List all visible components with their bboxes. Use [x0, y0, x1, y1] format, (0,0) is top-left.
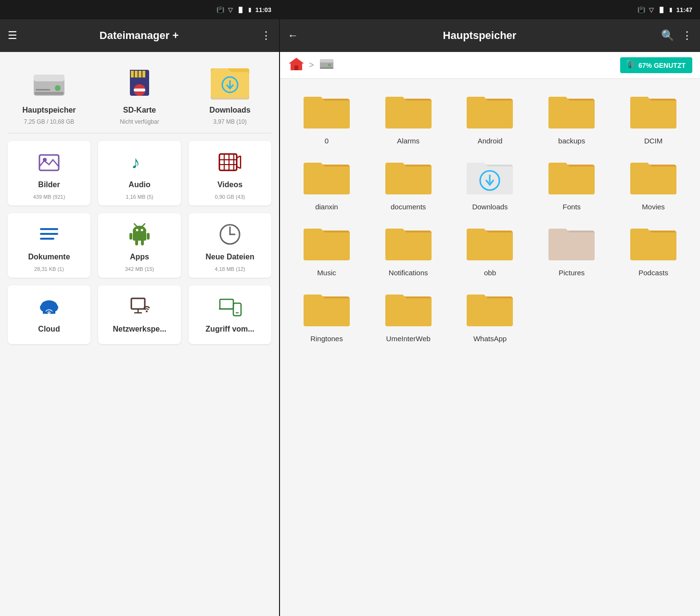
folder-umelnterweb[interactable]: UmeInterWeb [369, 284, 447, 346]
category-cloud[interactable]: Cloud [8, 285, 90, 344]
divider-1 [8, 133, 271, 133]
category-apps[interactable]: Apps 342 MB (15) [98, 213, 181, 278]
folder-podcasts[interactable]: Podcasts [614, 218, 692, 281]
category-audio[interactable]: ♪ Audio 1,16 MB (5) [98, 141, 181, 205]
left-vibrate-icon: 📳 [216, 6, 224, 13]
menu-icon[interactable]: ☰ [8, 29, 17, 42]
folder-fonts-name: Fonts [563, 203, 581, 211]
svg-point-66 [328, 64, 331, 66]
right-vibrate-icon: 📳 [637, 6, 645, 13]
left-battery-icon: ▮ [248, 6, 252, 13]
folder-obb-icon [463, 222, 516, 266]
storage-sdkarte[interactable]: SD-Karte Nicht verfügbar [98, 64, 181, 125]
breadcrumb: > 67% GENUTZT [280, 52, 700, 79]
back-icon[interactable]: ← [288, 29, 298, 42]
svg-point-52 [48, 313, 50, 315]
folder-notifications[interactable]: Notifications [369, 218, 447, 281]
home-icon[interactable] [288, 56, 305, 75]
folder-dcim[interactable]: DCIM [614, 87, 692, 149]
folder-dianxin[interactable]: dianxin [288, 153, 366, 215]
category-neue-dateien[interactable]: Neue Dateien 4,18 MB (12) [189, 213, 271, 278]
sdkarte-sublabel: Nicht verfügbar [120, 118, 159, 125]
folder-documents[interactable]: documents [369, 153, 447, 215]
apps-sublabel: 342 MB (15) [125, 266, 154, 272]
audio-label: Audio [128, 180, 150, 189]
folder-alarms[interactable]: Alarms [369, 87, 447, 149]
category-videos[interactable]: Videos 0,90 GB (43) [189, 141, 271, 205]
neue-dateien-icon [216, 221, 243, 248]
svg-point-38 [141, 229, 143, 231]
folder-dcim-icon [627, 90, 680, 134]
category-dokumente[interactable]: Dokumente 28,31 KB (1) [8, 213, 90, 278]
folder-movies[interactable]: Movies [614, 153, 692, 215]
folder-backups[interactable]: backups [533, 87, 611, 149]
category-zugriff-vom[interactable]: Zugriff vom... [189, 285, 271, 344]
folder-backups-icon [545, 90, 598, 134]
folder-0[interactable]: 0 [288, 87, 366, 149]
zugriff-vom-icon [216, 293, 243, 320]
svg-rect-64 [320, 59, 333, 63]
right-wifi-icon: ▽ [649, 6, 654, 13]
folder-ringtones-name: Ringtones [310, 334, 343, 343]
folder-whatsapp[interactable]: WhatsApp [451, 284, 529, 346]
search-icon[interactable]: 🔍 [661, 29, 674, 42]
storage-badge: 67% GENUTZT [620, 57, 692, 73]
right-toolbar: ← Hauptspeicher 🔍 ⋮ [280, 19, 700, 52]
svg-rect-44 [141, 240, 144, 245]
right-app-title: Hauptspeicher [306, 29, 653, 42]
svg-rect-4 [36, 89, 50, 90]
drive-icon[interactable] [318, 56, 335, 75]
svg-rect-57 [220, 299, 233, 309]
folder-music-icon [300, 222, 353, 266]
neue-dateien-label: Neue Dateien [205, 253, 254, 261]
folder-pictures-name: Pictures [559, 269, 585, 277]
folder-0-icon [300, 90, 353, 134]
folder-dianxin-icon [300, 156, 353, 200]
apps-icon [126, 221, 153, 248]
left-more-icon[interactable]: ⋮ [261, 29, 271, 42]
left-signal-icon: ▐▌ [237, 7, 244, 13]
category-bilder[interactable]: Bilder 439 MB (921) [8, 141, 90, 205]
categories-grid: Bilder 439 MB (921) ♪ Audio 1,16 MB (5) [8, 141, 271, 344]
folder-pictures-icon [545, 222, 598, 266]
folder-pictures[interactable]: Pictures [533, 218, 611, 281]
svg-text:♪: ♪ [131, 153, 140, 172]
svg-rect-14 [134, 89, 145, 91]
videos-label: Videos [217, 180, 242, 189]
folder-notifications-icon [382, 222, 435, 266]
svg-rect-41 [129, 233, 132, 240]
netzwerkspe-label: Netzwerkspe... [113, 325, 166, 334]
hauptspeicher-label: Hauptspeicher [22, 106, 76, 115]
folder-0-name: 0 [325, 137, 329, 145]
downloads-label: Downloads [209, 106, 250, 115]
category-netzwerkspe[interactable]: Netzwerkspe... [98, 285, 181, 344]
folder-music[interactable]: Music [288, 218, 366, 281]
sdkarte-label: SD-Karte [123, 106, 156, 115]
right-signal-icon: ▐▌ [658, 7, 665, 13]
folder-fonts[interactable]: Fonts [533, 153, 611, 215]
storage-hauptspeicher[interactable]: Hauptspeicher 7,25 GB / 10,68 GB [8, 64, 90, 125]
folder-obb[interactable]: obb [451, 218, 529, 281]
folder-download[interactable]: Downloads [451, 153, 529, 215]
folder-android[interactable]: Android [451, 87, 529, 149]
hauptspeicher-sublabel: 7,25 GB / 10,68 GB [24, 118, 75, 125]
folder-music-name: Music [317, 269, 336, 277]
storage-pie-icon [627, 60, 636, 70]
folder-alarms-icon [382, 90, 435, 134]
storage-downloads[interactable]: Downloads 3,97 MB (10) [189, 64, 271, 125]
right-more-icon[interactable]: ⋮ [682, 29, 692, 42]
apps-label: Apps [130, 253, 149, 261]
svg-rect-11 [139, 71, 141, 77]
folder-whatsapp-icon [463, 288, 516, 332]
folder-movies-name: Movies [642, 203, 665, 211]
videos-icon [216, 149, 243, 176]
svg-point-21 [43, 158, 47, 162]
svg-point-56 [146, 310, 148, 312]
folder-ringtones[interactable]: Ringtones [288, 284, 366, 346]
folder-backups-name: backups [558, 137, 585, 145]
folder-dianxin-name: dianxin [315, 203, 338, 211]
svg-line-40 [142, 224, 145, 226]
downloads-icon [208, 64, 252, 102]
svg-rect-59 [233, 303, 241, 316]
svg-rect-9 [131, 71, 134, 77]
